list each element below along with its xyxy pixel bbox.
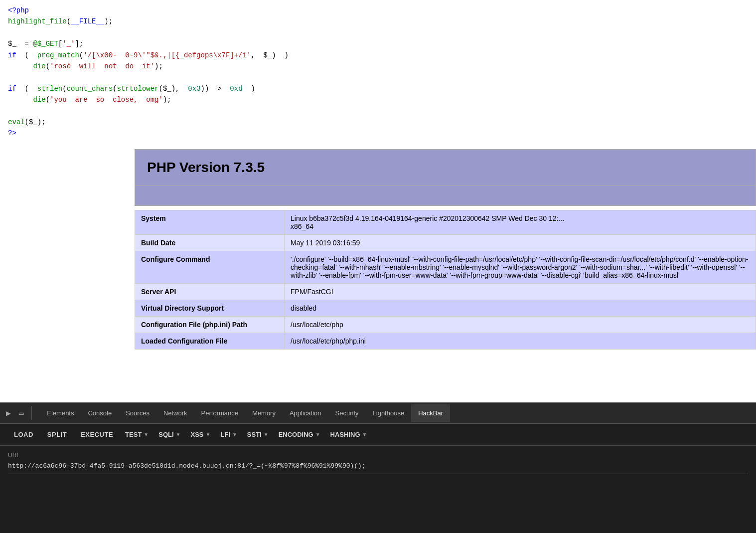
test-dropdown[interactable]: TEST▼ [121, 428, 152, 441]
code-line-2: highlight_file(__FILE__); [8, 16, 748, 27]
tab-performance[interactable]: Performance [194, 404, 245, 422]
hackbar-area: LOAD SPLIT EXECUTE TEST▼ SQLI▼ XSS▼ LFI▼… [0, 423, 756, 533]
table-row: Loaded Configuration File /usr/local/etc… [135, 333, 756, 349]
tab-network[interactable]: Network [156, 404, 194, 422]
table-label-build: Build Date [135, 234, 285, 251]
sqli-dropdown[interactable]: SQLI▼ [154, 428, 184, 441]
inspect-icon[interactable]: ▶ [4, 406, 13, 420]
table-row: Build Date May 11 2019 03:16:59 [135, 234, 756, 251]
table-label-loadedconfig: Loaded Configuration File [135, 333, 285, 349]
tab-memory[interactable]: Memory [245, 404, 283, 422]
table-value-vdir: disabled [285, 300, 756, 316]
devtools-bar: ▶ ▭ Elements Console Sources Network Per… [0, 402, 756, 423]
tab-security[interactable]: Security [328, 404, 366, 422]
ssti-dropdown[interactable]: SSTI▼ [243, 428, 273, 441]
phpinfo-table: System Linux b6ba372c5f3d 4.19.164-04191… [135, 210, 756, 350]
code-line-4: $_ = @$_GET['_']; [8, 38, 748, 49]
table-row: Configure Command './configure' '--build… [135, 251, 756, 283]
code-line-7 [8, 72, 748, 83]
hackbar-divider [8, 474, 748, 474]
table-row: Virtual Directory Support disabled [135, 300, 756, 316]
phpinfo-spacer [135, 186, 756, 206]
table-label-serverapi: Server API [135, 283, 285, 300]
tab-console[interactable]: Console [81, 404, 119, 422]
url-label: URL [8, 452, 748, 459]
table-value-system: Linux b6ba372c5f3d 4.19.164-0419164-gene… [285, 210, 756, 234]
table-label-configure: Configure Command [135, 251, 285, 283]
tab-sources[interactable]: Sources [119, 404, 156, 422]
hackbar-url-section: URL [0, 446, 756, 474]
table-value-serverapi: FPM/FastCGI [285, 283, 756, 300]
table-value-configure: './configure' '--build=x86_64-linux-musl… [285, 251, 756, 283]
code-area: <?php highlight_file(__FILE__); $_ = @$_… [0, 0, 756, 144]
lfi-dropdown[interactable]: LFI▼ [216, 428, 241, 441]
load-button[interactable]: LOAD [8, 428, 39, 441]
tab-elements[interactable]: Elements [40, 404, 81, 422]
xss-dropdown[interactable]: XSS▼ [186, 428, 214, 441]
hackbar-toolbar: LOAD SPLIT EXECUTE TEST▼ SQLI▼ XSS▼ LFI▼… [0, 424, 756, 446]
execute-button[interactable]: EXECUTE [75, 428, 119, 441]
table-row: Server API FPM/FastCGI [135, 283, 756, 300]
code-line-12: ?> [8, 128, 748, 139]
code-line-6: die('rosé will not do it'); [8, 61, 748, 72]
table-row: System Linux b6ba372c5f3d 4.19.164-04191… [135, 210, 756, 234]
table-value-configpath: /usr/local/etc/php [285, 316, 756, 333]
phpinfo-area: PHP Version 7.3.5 System Linux b6ba372c5… [135, 149, 756, 350]
code-line-5: if ( preg_match('/[\x00- 0-9\'"$&.,|[{_d… [8, 50, 748, 61]
split-button[interactable]: SPLIT [41, 428, 73, 441]
code-line-3 [8, 27, 748, 38]
phpinfo-title: PHP Version 7.3.5 [135, 149, 756, 186]
table-value-loadedconfig: /usr/local/etc/php/php.ini [285, 333, 756, 349]
table-label-vdir: Virtual Directory Support [135, 300, 285, 316]
devtools-icons: ▶ ▭ [4, 406, 32, 420]
tab-lighthouse[interactable]: Lighthouse [366, 404, 412, 422]
device-icon[interactable]: ▭ [17, 406, 26, 420]
hashing-dropdown[interactable]: HASHING▼ [326, 428, 371, 441]
code-line-1: <?php [8, 5, 748, 16]
encoding-dropdown[interactable]: ENCODING▼ [275, 428, 324, 441]
table-label-system: System [135, 210, 285, 234]
tab-application[interactable]: Application [283, 404, 328, 422]
table-value-build: May 11 2019 03:16:59 [285, 234, 756, 251]
code-line-9: die('you are so close, omg'); [8, 94, 748, 105]
tab-hackbar[interactable]: HackBar [411, 404, 450, 422]
code-line-10 [8, 106, 748, 117]
table-row: Configuration File (php.ini) Path /usr/l… [135, 316, 756, 333]
url-input[interactable] [8, 462, 748, 470]
code-line-8: if ( strlen(count_chars(strtolower($_), … [8, 83, 748, 94]
table-label-configpath: Configuration File (php.ini) Path [135, 316, 285, 333]
code-line-11: eval($_); [8, 117, 748, 128]
